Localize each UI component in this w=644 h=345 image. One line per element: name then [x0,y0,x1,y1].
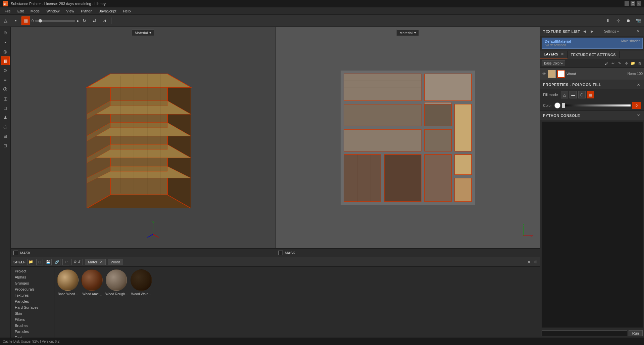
cat-tools[interactable]: Tools [11,335,54,338]
blur-tool-btn[interactable]: ◌ [1,122,10,131]
svg-marker-3 [87,74,191,87]
fill-mode-square[interactable]: ▬ [569,91,577,98]
flip-btn[interactable]: ⇄ [90,16,99,25]
perspective-btn[interactable]: △ [1,16,10,25]
menu-view[interactable]: View [63,8,78,14]
clone-tool-btn[interactable]: ⊙ [1,66,10,75]
shelf-save-btn[interactable]: 💾 [45,259,52,265]
cat-hard-surfaces[interactable]: Hard Surfaces [11,304,54,310]
layer-item-wood[interactable]: 👁 Wood Norm 100 [540,68,644,80]
shelf-folder-btn[interactable]: 📁 [28,259,34,265]
menu-help[interactable]: Help [120,8,134,14]
smear-tool-btn[interactable]: ≡ [1,75,10,84]
checker-btn[interactable]: ▦ [21,16,30,25]
paint-tool-btn[interactable]: ▪ [1,38,10,46]
shelf-filter-close[interactable]: ✕ [100,260,103,264]
texture-set-back-btn[interactable]: ◀ [582,29,588,35]
shelf-grid-btn[interactable]: ⊞ [534,260,537,264]
python-console-minimize-btn[interactable]: — [628,113,634,119]
settings-dropdown[interactable]: Settings ▾ [604,30,619,33]
menu-file[interactable]: File [1,8,14,14]
title-bar: SP Substance Painter - License: 283 days… [0,0,644,7]
python-console-close-btn[interactable]: ✕ [635,113,641,119]
viewport-3d[interactable]: Material ▾ [11,27,276,248]
shelf-search-close[interactable]: ✕ [527,259,531,265]
cat-alphas[interactable]: Alphas [11,274,54,280]
python-console-input[interactable] [542,330,627,336]
texture-set-minimize-btn[interactable]: — [628,29,634,35]
shelf-new-btn[interactable]: □ [36,259,43,265]
menu-javascript[interactable]: JavaScript [96,8,119,14]
eyedropper-tool-btn[interactable]: ⦿ [1,85,10,93]
layer-edit-btn[interactable]: ✎ [616,60,623,67]
fill-mode-3d[interactable]: ⬡ [578,91,586,98]
cat-grunges[interactable]: Grunges [11,280,54,286]
menu-window[interactable]: Window [43,8,63,14]
select-tool-btn[interactable]: ◻ [1,103,10,112]
layer-delete-btn[interactable]: 🗑 [637,60,643,67]
cat-brushes[interactable]: Brushes [11,322,54,329]
viewport-3d-mode-dropdown[interactable]: Material ▾ [132,30,154,36]
layer-add-mask-btn[interactable]: ✣ [623,60,629,67]
shelf-item-base-wood[interactable]: Base Wood... [57,269,79,296]
close-button[interactable]: ✕ [637,1,641,6]
shelf-more-btn[interactable]: ↩ [62,259,69,265]
mask-tool-btn[interactable]: ◫ [1,94,10,103]
record-btn[interactable]: ⏺ [624,16,633,25]
cursor-btn[interactable]: ⊹ [614,16,623,25]
shelf-search-btn[interactable]: 🔗 [54,259,60,265]
add-fill-layer-btn[interactable]: ↩ [610,60,616,67]
solid-btn[interactable]: ▪ [11,16,20,25]
shelf-filter-toggle[interactable]: ⚙ ↺ [71,259,83,265]
layer-visibility-toggle[interactable]: 👁 [542,72,546,76]
fill-mode-checker[interactable]: ▦ [587,91,594,98]
eraser-tool-btn[interactable]: ◎ [1,47,10,56]
texture-set-item-default[interactable]: DefaultMaterial Main shader No descripti… [542,38,643,49]
shelf-item-wood-rough[interactable]: Wood Rough... [105,269,128,296]
properties-minimize-btn[interactable]: — [628,82,634,88]
rotate-btn[interactable]: ↻ [80,16,89,25]
tab-layers-close[interactable]: ✕ [561,52,564,56]
tab-layers[interactable]: LAYERS ✕ [540,51,567,58]
python-run-button[interactable]: Run [629,330,643,336]
texture-set-forward-btn[interactable]: ▶ [589,29,595,35]
menu-edit[interactable]: Edit [14,8,27,14]
menu-python[interactable]: Python [78,8,96,14]
texture-set-close-btn[interactable]: ✕ [635,29,641,35]
channel-dropdown[interactable]: Base Color ▾ [542,60,565,66]
transform-tool-btn[interactable]: ⊕ [1,28,10,37]
cat-filters[interactable]: Filters [11,316,54,322]
layer-opacity-value[interactable]: 100 [637,72,643,76]
viewport-uv-mode-dropdown[interactable]: Material ▾ [396,30,419,36]
brush-size-slider[interactable] [35,20,75,22]
maximize-button[interactable]: ❐ [631,1,635,6]
mirror-btn[interactable]: ⊿ [100,16,109,25]
shelf-thumb-wood-waln [131,269,152,291]
viewport-uv[interactable]: Material ▾ [276,27,540,248]
layer-blend-mode[interactable]: Norm [628,72,636,76]
cat-procedurals[interactable]: Procedurals [11,286,54,292]
add-layer-paint-btn[interactable]: 🖌 [603,60,609,67]
shelf-item-wood-ame[interactable]: Wood Ame _ [81,269,103,296]
color-value-box[interactable]: 0 [632,102,641,109]
pause-btn[interactable]: ⏸ [604,16,612,25]
tab-texture-set-settings[interactable]: TEXTURE SET SETTINGS [567,51,620,58]
minimize-button[interactable]: — [625,1,629,6]
color-slider[interactable] [562,104,631,106]
fill-mode-triangle[interactable]: △ [561,91,568,98]
cat-particles2[interactable]: Particles [11,329,54,335]
properties-close-btn[interactable]: ✕ [635,82,641,88]
menu-mode[interactable]: Mode [27,8,43,14]
box-tool-btn[interactable]: ⊞ [1,132,10,140]
content-area: Material ▾ [11,27,540,338]
bake-tool-btn[interactable]: ⊡ [1,141,10,150]
cat-textures[interactable]: Textures [11,292,54,298]
cat-project[interactable]: Project [11,268,54,274]
person-tool-btn[interactable]: ♟ [1,113,10,122]
polygon-fill-tool-btn[interactable]: ▦ [1,56,10,65]
cat-particles[interactable]: Particles [11,298,54,304]
camera-btn[interactable]: 📷 [634,16,643,25]
cat-skin[interactable]: Skin [11,310,54,316]
shelf-item-wood-waln[interactable]: Wood Waln... [131,269,152,296]
layer-folder-btn[interactable]: 📁 [630,60,636,67]
